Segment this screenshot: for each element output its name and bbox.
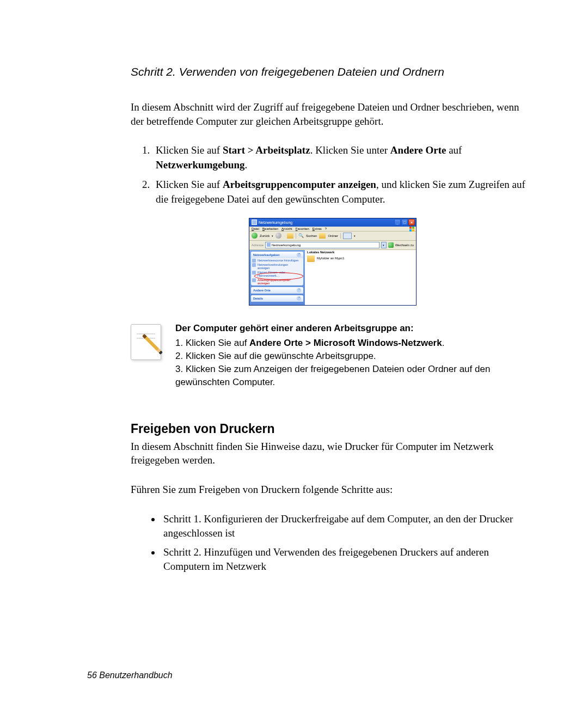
places-header[interactable]: Andere Orte ˅ [251,287,303,294]
expand-icon[interactable]: ˅ [297,296,301,301]
search-icon[interactable]: 🔍 [298,233,304,238]
address-value: Netzwerkumgebung [272,243,301,247]
go-label: Wechseln zu [395,243,414,247]
places-panel: Andere Orte ˅ [251,287,303,294]
collapse-icon[interactable]: ˄ [297,253,301,257]
red-highlight-ellipse [254,272,303,280]
menu-item[interactable]: ? [325,227,327,230]
close-button[interactable]: × [408,219,415,226]
go-button[interactable] [388,242,394,248]
details-panel: Details ˅ [251,295,303,302]
embedded-screenshot: Netzwerkumgebung _ □ × Datei Bearbeiten … [249,218,415,306]
text: . [245,159,248,170]
places-header-label: Andere Orte [253,289,271,292]
note-line: 3. Klicken Sie zum Anzeigen der freigege… [175,363,534,389]
expand-icon[interactable]: ˅ [297,288,301,292]
bold: Andere Orte [390,144,446,156]
text: . Klicken Sie unter [310,144,390,156]
window-icon [252,220,257,225]
xp-sidebar: Netzwerkaufgaben ˄ Netzwerkressource hin… [249,250,305,305]
address-dropdown[interactable]: ▾ [381,242,387,248]
bold: Andere Orte > Microsoft Windows-Netzwerk [249,338,442,348]
menu-item[interactable]: Datei [252,227,259,230]
text: Klicken Sie auf [156,179,223,190]
bold: Arbeitsgruppencomputer anzeigen [223,179,376,190]
bullet-list: Schritt 1. Konfigurieren der Druckerfrei… [131,512,534,574]
bold: Netzwerkumgebung [156,159,245,170]
step-1: Klicken Sie auf Start > Arbeitsplatz. Kl… [152,143,534,172]
menu-item[interactable]: Bearbeiten [262,227,278,230]
step-heading: Schritt 2. Verwenden von freigegebenen D… [131,65,534,78]
back-label: Zurück [260,234,270,237]
details-header[interactable]: Details ˅ [251,295,303,302]
folders-label: Ordner [328,234,338,237]
views-button[interactable] [343,233,352,239]
window-title: Netzwerkumgebung [259,221,292,224]
section-intro: In diesem Abschnitt finden Sie Hinweise … [131,440,534,467]
shared-folder-item[interactable]: Myfolder an Mypc1 [305,254,416,262]
page-footer: 56 Benutzerhandbuch [87,671,173,680]
note-icon [131,322,166,389]
section-heading: Freigeben von Druckern [131,422,534,436]
step-2: Klicken Sie auf Arbeitsgruppencomputer a… [152,178,534,206]
dropdown-arrow-icon[interactable]: ▾ [354,234,356,237]
xp-addressbar: Adresse Netzwerkumgebung ▾ Wechseln zu [249,241,416,250]
address-input[interactable]: Netzwerkumgebung [265,242,379,248]
bold: Start > Arbeitsplatz [223,144,310,156]
address-label: Adresse [252,243,264,247]
column-header: Lokales Netzwerk [305,250,416,254]
menu-item[interactable]: Ansicht [281,227,292,230]
bullet-item: Schritt 2. Hinzufügen und Verwenden des … [161,545,534,574]
text: 1. Klicken Sie auf [175,338,249,348]
xp-toolbar: Zurück ▾ · 🔍 Suchen Ordner ▾ [249,231,416,241]
menu-item[interactable]: Extras [313,227,322,230]
dropdown-arrow-icon[interactable]: ▾ [272,234,273,237]
windows-flag-icon [409,227,415,232]
xp-menubar: Datei Bearbeiten Ansicht Favoriten Extra… [249,227,416,231]
menu-item[interactable]: Favoriten [296,227,309,230]
intro-paragraph: In diesem Abschnitt wird der Zugriff auf… [131,100,534,128]
note-text: Der Computer gehört einer anderen Arbeit… [175,322,534,389]
bullet-item: Schritt 1. Konfigurieren der Druckerfrei… [161,512,534,541]
tasks-panel: Netzwerkaufgaben ˄ Netzwerkressource hin… [251,252,303,285]
address-icon [267,243,271,247]
up-folder-button[interactable] [287,233,293,239]
text: Klicken Sie auf [156,144,223,156]
xp-window: Netzwerkumgebung _ □ × Datei Bearbeiten … [249,218,416,306]
xp-main-pane: Lokales Netzwerk Myfolder an Mypc1 [305,250,416,305]
tasks-header[interactable]: Netzwerkaufgaben ˄ [251,252,303,258]
folders-button[interactable] [319,233,326,239]
forward-button[interactable] [275,233,281,239]
back-button[interactable] [252,233,258,239]
text: auf [446,144,462,156]
section-lead: Führen Sie zum Freigeben von Druckern fo… [131,483,534,497]
maximize-button[interactable]: □ [401,219,408,226]
minimize-button[interactable]: _ [394,219,401,226]
task-link[interactable]: Netzwerkverbindungen anzeigen [251,263,303,270]
details-header-label: Details [253,297,263,300]
search-label: Suchen [306,234,317,237]
note-block: Der Computer gehört einer anderen Arbeit… [131,322,534,389]
note-line: 2. Klicken Sie auf die gewünschte Arbeit… [175,350,534,363]
text: . [442,338,445,348]
xp-titlebar: Netzwerkumgebung _ □ × [249,218,416,227]
tasks-header-label: Netzwerkaufgaben [253,253,280,257]
numbered-steps: Klicken Sie auf Start > Arbeitsplatz. Kl… [131,143,534,206]
note-title: Der Computer gehört einer anderen Arbeit… [175,323,414,333]
task-link[interactable]: Netzwerkressource hinzufügen [251,258,303,263]
